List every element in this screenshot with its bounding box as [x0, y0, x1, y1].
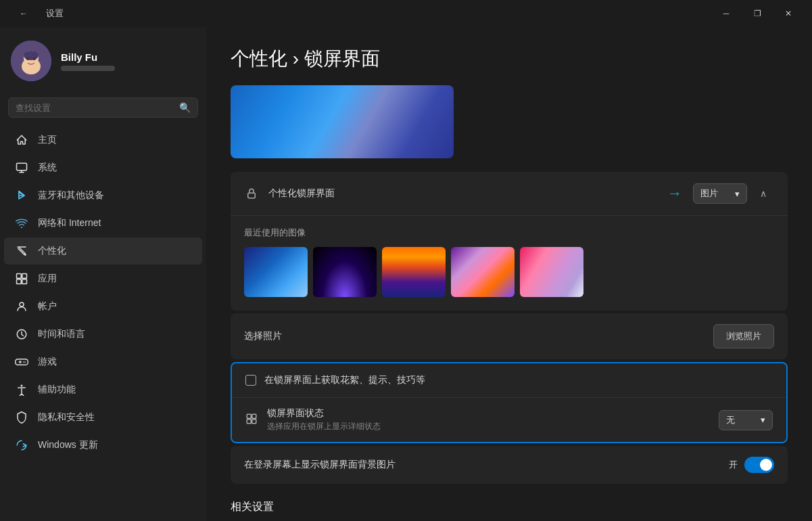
bluetooth-icon [15, 189, 28, 202]
checkbox-label: 在锁屏界面上获取花絮、提示、技巧等 [264, 374, 425, 386]
apps-icon [15, 272, 28, 286]
lock-status-row: 锁屏界面状态 选择应用在锁屏上显示详细状态 无 ▾ [232, 397, 786, 442]
choose-photo-section: 选择照片 浏览照片 [231, 313, 788, 359]
personalize-section-title: 个性化锁屏界面 [268, 187, 658, 200]
search-input[interactable] [16, 103, 174, 113]
sidebar-item-home-label: 主页 [38, 134, 57, 146]
back-button[interactable]: ← [8, 3, 39, 24]
toggle-right: 开 [729, 457, 774, 473]
toggle-on-label: 开 [729, 459, 738, 471]
thumbnail-5[interactable] [520, 247, 583, 297]
sidebar-item-gaming-label: 游戏 [38, 356, 57, 368]
sidebar-item-system-label: 系统 [38, 162, 57, 174]
svg-rect-13 [22, 279, 27, 284]
show-background-label: 在登录屏幕上显示锁屏界面背景图片 [244, 459, 396, 471]
chevron-down-icon-2: ▾ [761, 415, 765, 425]
personalization-icon [15, 244, 28, 258]
app-body: Billy Fu 🔍 主页 系统 [0, 27, 812, 521]
chevron-up-icon: ∧ [760, 188, 767, 199]
sidebar-item-bluetooth-label: 蓝牙和其他设备 [38, 189, 104, 202]
svg-point-9 [24, 254, 26, 256]
svg-point-18 [24, 361, 26, 363]
sidebar-item-apps-label: 应用 [38, 273, 57, 285]
sidebar-item-windows-update[interactable]: Windows 更新 [4, 432, 202, 459]
sidebar-item-system[interactable]: 系统 [4, 154, 202, 181]
gaming-icon [15, 355, 28, 369]
lock-status-dropdown[interactable]: 无 ▾ [719, 410, 773, 430]
expand-button[interactable]: ∧ [753, 183, 774, 204]
sidebar-item-windows-update-label: Windows 更新 [38, 439, 98, 451]
browse-photos-button[interactable]: 浏览照片 [713, 324, 774, 348]
svg-rect-6 [17, 163, 27, 171]
sidebar-item-privacy[interactable]: 隐私和安全性 [4, 404, 202, 431]
highlighted-section: 在锁屏界面上获取花絮、提示、技巧等 锁屏界面状态 选择应用在锁屏上显示详细状态 … [231, 362, 788, 443]
arrow-right-icon: → [667, 185, 682, 202]
choose-photo-label: 选择照片 [244, 330, 282, 342]
sidebar-item-privacy-label: 隐私和安全性 [38, 411, 95, 424]
lockscreen-preview [231, 85, 454, 158]
svg-rect-23 [247, 419, 251, 423]
thumbnail-1[interactable] [244, 247, 308, 297]
user-name: Billy Fu [61, 51, 115, 63]
toggle-knob [760, 459, 772, 471]
main-content: 个性化 › 锁屏界面 个性化锁屏界面 → 图片 ▾ ∧ [206, 27, 812, 521]
sidebar-item-accessibility[interactable]: 辅助功能 [4, 376, 202, 403]
lock-status-info: 锁屏界面状态 选择应用在锁屏上显示详细状态 [267, 407, 709, 432]
sidebar-item-bluetooth[interactable]: 蓝牙和其他设备 [4, 182, 202, 209]
thumbnail-2[interactable] [313, 247, 377, 297]
sidebar-item-network[interactable]: 网络和 Internet [4, 210, 202, 237]
sidebar-item-home[interactable]: 主页 [4, 127, 202, 154]
sidebar-item-network-label: 网络和 Internet [38, 217, 101, 229]
personalize-dropdown-value: 图片 [700, 187, 718, 200]
svg-point-19 [21, 385, 23, 387]
show-background-toggle[interactable] [744, 457, 774, 473]
sidebar-item-gaming[interactable]: 游戏 [4, 348, 202, 376]
lock-status-icon [245, 413, 258, 428]
privacy-icon [15, 411, 28, 424]
search-box[interactable]: 🔍 [8, 97, 198, 118]
avatar [11, 41, 51, 81]
thumbnail-4[interactable] [451, 247, 515, 297]
svg-rect-10 [17, 274, 22, 279]
sidebar-item-time[interactable]: 时间和语言 [4, 321, 202, 348]
svg-rect-11 [22, 274, 27, 279]
lock-icon [244, 186, 259, 201]
svg-rect-20 [248, 193, 256, 198]
sidebar-item-personalization[interactable]: 个性化 [4, 237, 202, 265]
time-icon [15, 327, 28, 341]
related-settings-title: 相关设置 [231, 500, 788, 514]
sidebar-item-accounts[interactable]: 帐户 [4, 293, 202, 320]
personalize-section-header: 个性化锁屏界面 → 图片 ▾ ∧ [231, 172, 788, 215]
sidebar-item-time-label: 时间和语言 [38, 328, 85, 340]
system-icon [15, 161, 28, 175]
sidebar-nav: 主页 系统 蓝牙和其他设备 网络和 Internet [0, 126, 206, 459]
svg-rect-21 [247, 414, 251, 418]
chevron-down-icon: ▾ [735, 189, 740, 199]
svg-point-4 [26, 58, 29, 60]
svg-point-3 [24, 51, 39, 60]
user-tag-bar [61, 66, 115, 71]
sidebar-item-accessibility-label: 辅助功能 [38, 384, 76, 396]
sidebar-item-accounts-label: 帐户 [38, 300, 57, 313]
windows-update-icon [15, 438, 28, 452]
lock-status-desc: 选择应用在锁屏上显示详细状态 [267, 421, 709, 432]
recent-images-section: 最近使用的图像 [231, 215, 788, 311]
thumbnail-3[interactable] [382, 247, 446, 297]
show-background-section: 在登录屏幕上显示锁屏界面背景图片 开 [231, 446, 788, 484]
maximize-button[interactable]: ❐ [742, 3, 773, 24]
svg-point-7 [21, 227, 22, 228]
close-button[interactable]: ✕ [773, 3, 804, 24]
svg-point-5 [33, 58, 36, 60]
minimize-button[interactable]: ─ [711, 3, 742, 24]
recent-images-grid [244, 247, 774, 297]
svg-point-17 [23, 361, 24, 363]
personalize-section-controls: → 图片 ▾ ∧ [667, 183, 774, 204]
user-profile[interactable]: Billy Fu [0, 27, 206, 92]
sidebar-item-apps[interactable]: 应用 [4, 265, 202, 292]
network-icon [15, 217, 28, 230]
lock-status-dropdown-value: 无 [726, 414, 735, 426]
tips-checkbox[interactable] [245, 375, 256, 386]
personalize-dropdown[interactable]: 图片 ▾ [693, 183, 747, 204]
accounts-icon [15, 300, 28, 313]
svg-rect-24 [252, 419, 256, 423]
